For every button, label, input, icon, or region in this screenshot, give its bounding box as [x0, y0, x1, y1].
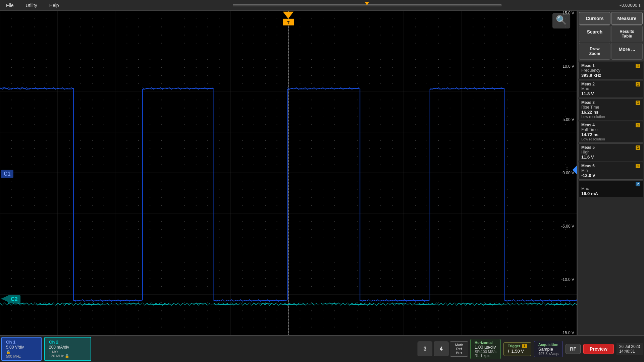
meas-7-param: Max [581, 186, 640, 191]
meas-5-param: High [581, 150, 640, 155]
meas-2-param: Max [581, 86, 640, 91]
meas-5-value: 11.6 V [581, 155, 640, 160]
meas-5-title: Meas 5 [581, 145, 595, 150]
right-panel: Cursors Measure Search ResultsTable Draw… [577, 11, 644, 335]
meas-3-sub: Low resolution [581, 115, 640, 119]
math-ref-bus-button[interactable]: Math Ref Bus [450, 341, 468, 357]
trigger-position-marker [365, 2, 369, 5]
results-table-button[interactable]: ResultsTable [611, 25, 643, 42]
acquisition-mode: Sample [538, 347, 559, 352]
acquisition-acqs: 497.8 kAcqs [538, 352, 559, 356]
trigger-slope-icon: / [508, 348, 509, 354]
meas-2-title: Meas 2 [581, 82, 595, 86]
horizontal-time-div: 1.00 µs/div [475, 345, 496, 350]
meas-5[interactable]: Meas 5 1 High 11.6 V [578, 143, 643, 161]
svg-text:🔍: 🔍 [556, 15, 567, 25]
meas-4-title: Meas 4 [581, 123, 595, 127]
svg-text:⋮: ⋮ [564, 166, 570, 173]
meas-4-badge: 1 [636, 123, 640, 127]
more-button[interactable]: More ... [611, 43, 643, 60]
meas-6-value: -12.0 V [581, 173, 640, 178]
draw-zoom-button[interactable]: DrawZoom [579, 43, 610, 60]
svg-text:T: T [287, 20, 289, 25]
status-bar: Ch 1 5.00 V/div 🔒 500 MHz Ch 2 200 mA/di… [0, 335, 644, 362]
measure-button[interactable]: Measure [611, 12, 643, 25]
meas-4-value: 14.72 ns [581, 132, 640, 137]
trigger-time-value: ~0.00000 s [619, 3, 641, 8]
btn-4[interactable]: 4 [434, 342, 448, 356]
meas-1-value: 393.8 kHz [581, 73, 640, 78]
meas-6-badge: 1 [636, 164, 640, 168]
menu-file[interactable]: File [3, 2, 16, 9]
meas-7-badge: 2 [636, 182, 640, 186]
meas-7[interactable]: 2 Max 16.0 mA [578, 180, 643, 198]
acquisition-section[interactable]: Acquisition Sample 497.8 kAcqs [534, 341, 563, 357]
menu-help[interactable]: Help [47, 2, 62, 9]
ch1-status[interactable]: Ch 1 5.00 V/div 🔒 500 MHz [1, 337, 42, 361]
trigger-section[interactable]: Trigger 1 / 1.50 V [503, 342, 531, 356]
ch2-vdiv: 200 mA/div [49, 345, 87, 350]
meas-1-title: Meas 1 [581, 63, 595, 68]
meas-3-title: Meas 3 [581, 100, 595, 105]
meas-1[interactable]: Meas 1 1 Frequency 393.8 kHz [578, 62, 643, 79]
meas-4-param: Fall Time [581, 127, 640, 132]
meas-2[interactable]: Meas 2 1 Max 11.8 V [578, 80, 643, 98]
trigger-title: Trigger [508, 344, 520, 348]
horizontal-section[interactable]: Horizontal 1.00 µs/div SR:100 MS/s RL:1 … [470, 339, 501, 359]
btn-3[interactable]: 3 [418, 342, 432, 356]
meas-4[interactable]: Meas 4 1 Fall Time 14.72 ns Low resoluti… [578, 121, 643, 143]
svg-text:C2: C2 [11, 296, 18, 302]
meas-6-param: Min [581, 168, 640, 173]
cursors-button[interactable]: Cursors [579, 12, 610, 25]
trigger-level: 1.50 V [511, 349, 524, 354]
meas-2-value: 11.8 V [581, 91, 640, 96]
search-button[interactable]: Search [579, 25, 610, 42]
menu-bar: File Utility Help ~0.00000 s [0, 0, 644, 11]
svg-text:C1: C1 [4, 171, 11, 177]
ch2-bandwidth: 120 MHz 🔒 [49, 354, 87, 358]
horizontal-record-length: RL:1 kpts [475, 354, 496, 358]
ch2-label: Ch 2 [49, 340, 87, 345]
meas-3-param: Rise Time [581, 105, 640, 110]
date-time-section: 26 Jul 2023 14:40:31 [616, 343, 643, 355]
grid-waveform-svg: T ⋮ C1 C2 🔍 [0, 11, 577, 335]
ch1-bandwidth: 500 MHz [6, 354, 37, 358]
meas-1-badge: 1 [636, 64, 640, 68]
meas-3-value: 16.22 ns [581, 110, 640, 115]
meas-4-sub: Low resolution [581, 137, 640, 141]
date-display: 26 Jul 2023 [619, 344, 640, 349]
top-button-group: Cursors Measure Search ResultsTable Draw… [578, 11, 644, 61]
trigger-position-bar[interactable] [233, 4, 502, 6]
ch2-impedance: 1 MΩ [49, 350, 87, 354]
meas-3-badge: 1 [636, 101, 640, 105]
horizontal-sample-rate: SR:100 MS/s [475, 350, 496, 354]
meas-3[interactable]: Meas 3 1 Rise Time 16.22 ns Low resoluti… [578, 99, 643, 120]
ch2-icon: 🔒 [65, 354, 69, 358]
ch1-coupling-icon: 🔒 [6, 350, 37, 354]
main-area: T ⋮ C1 C2 🔍 15.0 V 10.0 V 5.00 V 0.00 V … [0, 11, 644, 335]
trigger-badge: 1 [522, 344, 527, 348]
rf-button[interactable]: RF [566, 344, 581, 354]
meas-6[interactable]: Meas 6 1 Min -12.0 V [578, 162, 643, 180]
acquisition-title: Acquisition [538, 343, 559, 347]
meas-7-value: 16.0 mA [581, 191, 640, 196]
ch1-vdiv: 5.00 V/div [6, 345, 37, 350]
preview-button[interactable]: Preview [583, 344, 614, 354]
measurements-panel: Meas 1 1 Frequency 393.8 kHz Meas 2 1 Ma… [578, 61, 644, 335]
meas-6-title: Meas 6 [581, 164, 595, 168]
oscilloscope-display[interactable]: T ⋮ C1 C2 🔍 15.0 V 10.0 V 5.00 V 0.00 V … [0, 11, 577, 335]
ch2-status[interactable]: Ch 2 200 mA/div 1 MΩ 120 MHz 🔒 [44, 337, 91, 361]
horizontal-title: Horizontal [475, 341, 496, 345]
menu-utility[interactable]: Utility [23, 2, 40, 9]
time-display: 14:40:31 [619, 349, 640, 354]
ch1-label: Ch 1 [6, 340, 37, 345]
meas-1-param: Frequency [581, 68, 640, 73]
meas-2-badge: 1 [636, 82, 640, 86]
meas-5-badge: 1 [636, 145, 640, 150]
